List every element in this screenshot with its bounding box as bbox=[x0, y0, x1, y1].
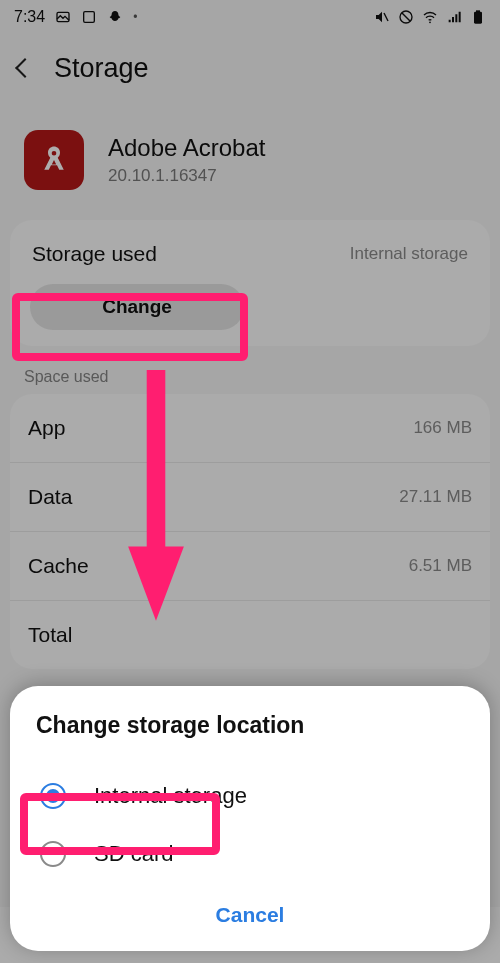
list-item: Cache 6.51 MB bbox=[10, 532, 490, 601]
svg-point-5 bbox=[429, 21, 431, 23]
battery-icon bbox=[470, 9, 486, 25]
svg-line-4 bbox=[402, 13, 410, 21]
app-icon bbox=[24, 130, 84, 190]
signal-icon bbox=[446, 9, 462, 25]
storage-used-label: Storage used bbox=[32, 242, 157, 266]
app-info: Adobe Acrobat 20.10.1.16347 bbox=[0, 102, 500, 214]
svg-rect-6 bbox=[474, 12, 482, 24]
no-data-icon bbox=[398, 9, 414, 25]
app-name: Adobe Acrobat bbox=[108, 134, 265, 162]
svg-rect-7 bbox=[476, 10, 480, 12]
wifi-icon bbox=[422, 9, 438, 25]
svg-line-2 bbox=[384, 13, 388, 21]
list-item: App 166 MB bbox=[10, 394, 490, 463]
cancel-button[interactable]: Cancel bbox=[30, 883, 470, 937]
list-item: Data 27.11 MB bbox=[10, 463, 490, 532]
change-storage-dialog: Change storage location Internal storage… bbox=[10, 686, 490, 951]
mute-icon bbox=[374, 9, 390, 25]
dialog-title: Change storage location bbox=[30, 712, 470, 739]
radio-option-internal[interactable]: Internal storage bbox=[30, 767, 470, 825]
page-title: Storage bbox=[54, 53, 149, 84]
snapchat-icon bbox=[107, 9, 123, 25]
radio-option-sdcard[interactable]: SD card bbox=[30, 825, 470, 883]
space-used-label: Space used bbox=[0, 346, 500, 394]
page-header: Storage bbox=[0, 34, 500, 102]
space-used-list: App 166 MB Data 27.11 MB Cache 6.51 MB T… bbox=[10, 394, 490, 669]
card-icon bbox=[81, 9, 97, 25]
status-time: 7:34 bbox=[14, 8, 45, 26]
radio-icon bbox=[40, 841, 66, 867]
status-more-icon: • bbox=[133, 10, 137, 24]
image-icon bbox=[55, 9, 71, 25]
status-bar: 7:34 • bbox=[0, 0, 500, 34]
storage-used-card: Storage used Internal storage Change bbox=[10, 220, 490, 346]
app-version: 20.10.1.16347 bbox=[108, 166, 265, 186]
storage-used-value: Internal storage bbox=[350, 244, 468, 264]
change-button[interactable]: Change bbox=[30, 284, 244, 330]
svg-rect-1 bbox=[84, 12, 95, 23]
back-icon[interactable] bbox=[15, 58, 35, 78]
list-item: Total bbox=[10, 601, 490, 669]
radio-icon bbox=[40, 783, 66, 809]
